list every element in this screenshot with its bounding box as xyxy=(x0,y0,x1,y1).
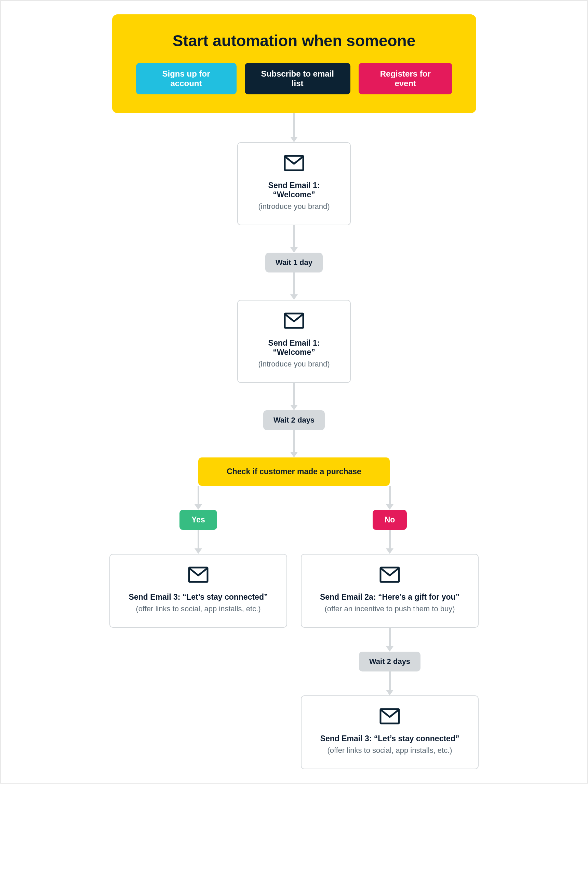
automation-flow-diagram: Start automation when someone Signs up f… xyxy=(1,14,587,769)
branch-split: Yes Send Email 3: “Let’s stay connected”… xyxy=(102,486,486,769)
connector-arrow xyxy=(290,113,298,142)
email-step-subtitle: (offer links to social, app installs, et… xyxy=(327,746,452,755)
connector-arrow xyxy=(290,383,298,410)
branch-label-no: No xyxy=(373,510,407,530)
envelope-icon xyxy=(380,708,400,726)
start-title: Start automation when someone xyxy=(136,32,452,50)
branch-label-yes: Yes xyxy=(180,510,217,530)
envelope-icon xyxy=(188,567,208,584)
email-step-subtitle: (offer an incentive to push them to buy) xyxy=(324,604,454,614)
email-step-2: Send Email 1: “Welcome” (introduce you b… xyxy=(237,300,351,383)
branch-no: No Send Email 2a: “Here’s a gift for you… xyxy=(294,486,486,769)
email-step-title: Send Email 3: “Let’s stay connected” xyxy=(129,592,268,602)
trigger-subscribe: Subscribe to email list xyxy=(245,63,350,94)
start-block: Start automation when someone Signs up f… xyxy=(112,14,476,113)
email-step-no-b: Send Email 3: “Let’s stay connected” (of… xyxy=(301,695,478,769)
connector-arrow xyxy=(290,225,298,253)
wait-pill-1: Wait 1 day xyxy=(265,253,323,273)
email-step-title: Send Email 1: “Welcome” xyxy=(252,181,336,200)
email-step-yes: Send Email 3: “Let’s stay connected” (of… xyxy=(110,554,287,628)
connector-arrow xyxy=(290,273,298,300)
connector-arrow xyxy=(386,672,393,695)
connector-arrow xyxy=(386,628,393,652)
connector-arrow xyxy=(386,486,393,510)
connector-arrow xyxy=(290,430,298,458)
connector-arrow xyxy=(195,530,202,554)
email-step-no-a: Send Email 2a: “Here’s a gift for you” (… xyxy=(301,554,478,628)
envelope-icon xyxy=(284,312,304,330)
email-step-subtitle: (introduce you brand) xyxy=(258,360,330,369)
email-step-title: Send Email 1: “Welcome” xyxy=(252,339,336,357)
email-step-subtitle: (offer links to social, app installs, et… xyxy=(136,604,261,614)
connector-arrow xyxy=(386,530,393,554)
trigger-register: Registers for event xyxy=(358,63,452,94)
wait-pill-2: Wait 2 days xyxy=(263,410,325,430)
trigger-row: Signs up for account Subscribe to email … xyxy=(136,63,452,94)
trigger-signup: Signs up for account xyxy=(136,63,237,94)
email-step-title: Send Email 3: “Let’s stay connected” xyxy=(320,734,459,743)
email-step-subtitle: (introduce you brand) xyxy=(258,202,330,211)
email-step-1: Send Email 1: “Welcome” (introduce you b… xyxy=(237,142,351,225)
branch-yes: Yes Send Email 3: “Let’s stay connected”… xyxy=(102,486,294,769)
decision-block: Check if customer made a purchase xyxy=(198,458,390,486)
email-step-title: Send Email 2a: “Here’s a gift for you” xyxy=(320,592,459,602)
envelope-icon xyxy=(284,155,304,172)
wait-pill-3: Wait 2 days xyxy=(359,652,420,672)
envelope-icon xyxy=(380,567,400,584)
connector-arrow xyxy=(195,486,202,510)
